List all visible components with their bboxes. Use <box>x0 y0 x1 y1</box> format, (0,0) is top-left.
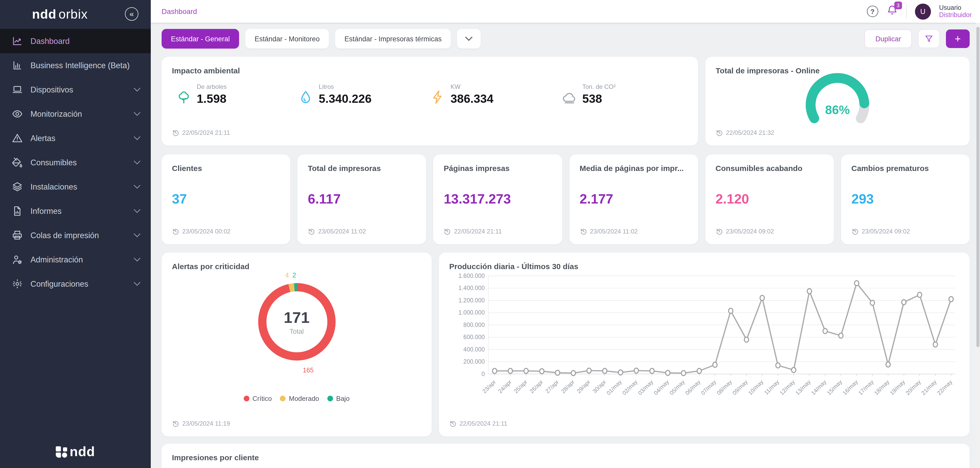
add-dashboard-button[interactable]: + <box>946 29 970 48</box>
avatar[interactable]: U <box>915 3 931 19</box>
svg-text:17/may: 17/may <box>857 379 875 396</box>
sidebar-item-reports[interactable]: Informes <box>0 199 151 223</box>
sidebar-item-dashboard[interactable]: Dashboard <box>0 29 151 53</box>
sidebar-item-devices[interactable]: Dispositivos <box>0 78 151 102</box>
kpi-card: Media de páginas por impr...2.17723/05/2… <box>569 154 698 244</box>
timestamp-text: 23/05/2024 11:19 <box>182 420 230 427</box>
svg-text:800.000: 800.000 <box>463 322 485 328</box>
card-timestamp: 23/05/2024 11:02 <box>308 228 416 235</box>
user-role: Distribuidor <box>939 11 972 19</box>
sidebar-item-settings[interactable]: Configuraciones <box>0 272 151 296</box>
help-icon[interactable]: ? <box>867 6 878 17</box>
user-info[interactable]: Usuario Distribuidor <box>939 4 972 19</box>
sidebar-menu: DashboardBusiness Intelligence (Beta)Dis… <box>0 29 151 296</box>
chevron-down-icon <box>134 111 140 117</box>
topbar: Dashboard ? 3 U Usuario Distribuidor <box>151 0 980 23</box>
sidebar-item-label: Informes <box>30 206 62 216</box>
svg-text:13/may: 13/may <box>794 379 812 396</box>
kpi-card: Páginas impresas13.317.27322/05/2024 21:… <box>433 154 562 244</box>
scrollbar-thumb[interactable] <box>976 27 980 347</box>
history-icon <box>449 420 457 427</box>
breadcrumb[interactable]: Dashboard <box>162 7 197 16</box>
sidebar-collapse-button[interactable]: « <box>125 7 138 21</box>
row-kpis: Clientes3723/05/2024 00:02Total de impre… <box>162 154 970 244</box>
sidebar-item-consumables[interactable]: Consumibles <box>0 150 151 175</box>
sidebar-item-print-queues[interactable]: Colas de impresión <box>0 223 151 247</box>
daily-production-chart[interactable]: 0200.000400.000600.000800.0001.000.0001.… <box>449 273 959 403</box>
svg-text:0: 0 <box>482 371 485 377</box>
metric-label: Ton. de CO² <box>582 83 616 91</box>
sidebar-item-bi[interactable]: Business Intelligence (Beta) <box>0 53 151 78</box>
svg-text:01/may: 01/may <box>605 379 623 396</box>
timestamp-text: 22/05/2024 21:11 <box>454 228 502 235</box>
criticality-donut-zone: 171 Total 4 2 165 <box>172 271 421 387</box>
chevron-down-icon <box>466 35 473 42</box>
vertical-scrollbar[interactable] <box>976 23 980 468</box>
card-title: Producción diaria - Últimos 30 días <box>449 262 959 271</box>
bolt-icon <box>430 89 445 105</box>
svg-text:1.400.000: 1.400.000 <box>458 285 485 291</box>
svg-text:08/may: 08/may <box>715 379 733 396</box>
card-title: Impresiones por cliente <box>172 453 959 462</box>
card-timestamp: 22/05/2024 21:11 <box>172 129 688 136</box>
topbar-divider <box>906 4 907 19</box>
metric-value: 386.334 <box>450 92 493 106</box>
sidebar-item-label: Consumibles <box>30 158 77 167</box>
kpi-card: Clientes3723/05/2024 00:02 <box>162 154 290 244</box>
kpi-card: Cambios prematuros29323/05/2024 09:02 <box>841 154 970 244</box>
impact-metrics: De arboles1.598Litros5.340.226KW386.334T… <box>172 83 688 106</box>
svg-text:200.000: 200.000 <box>463 358 485 365</box>
svg-text:400.000: 400.000 <box>463 346 485 353</box>
kpi-value: 13.317.273 <box>444 191 552 207</box>
dashboard-tab[interactable]: Estándar - Monitoreo <box>245 29 329 49</box>
alerts-icon <box>12 133 23 143</box>
legend-item[interactable]: Moderado <box>280 395 319 403</box>
card-timestamp: 23/05/2024 11:19 <box>172 420 421 427</box>
chevron-down-icon <box>134 256 140 263</box>
dashboard-icon <box>12 36 23 46</box>
svg-text:16/may: 16/may <box>842 379 859 396</box>
duplicate-button[interactable]: Duplicar <box>865 29 912 48</box>
legend-item[interactable]: Crítico <box>244 395 272 403</box>
card-timestamp: 23/05/2024 09:02 <box>715 228 823 235</box>
kpi-value: 293 <box>851 191 959 207</box>
cloud-icon <box>562 89 577 105</box>
notifications-button[interactable]: 3 <box>886 5 898 18</box>
impact-metric: De arboles1.598 <box>176 83 298 106</box>
sidebar-item-label: Dashboard <box>30 37 70 46</box>
history-icon <box>172 228 179 235</box>
daily-production-card: Producción diaria - Últimos 30 días 0200… <box>439 253 970 436</box>
history-icon <box>716 129 723 136</box>
card-timestamp: 23/05/2024 00:02 <box>172 228 280 235</box>
card-timestamp: 22/05/2024 21:11 <box>449 420 959 427</box>
sidebar-item-administration[interactable]: Administración <box>0 247 151 272</box>
dashboard-tab[interactable]: Estándar - General <box>162 29 239 49</box>
sidebar-item-monitoring[interactable]: Monitorización <box>0 102 151 126</box>
legend-label: Crítico <box>253 395 272 403</box>
metric-value: 5.340.226 <box>319 92 372 106</box>
filter-button[interactable] <box>918 29 940 48</box>
sidebar-item-label: Dispositivos <box>30 85 73 94</box>
sidebar: nddorbix « DashboardBusiness Intelligenc… <box>0 0 151 468</box>
dashboard-content: Estándar - GeneralEstándar - MonitoreoEs… <box>151 23 980 468</box>
printers-online-card: Total de impresoras - Online 86% 22/05/2… <box>705 57 970 146</box>
settings-icon <box>12 279 23 289</box>
svg-text:1.600.000: 1.600.000 <box>458 273 485 279</box>
svg-text:09/may: 09/may <box>731 379 749 396</box>
history-icon <box>715 228 722 235</box>
tabs-overflow-button[interactable] <box>457 29 481 49</box>
sidebar-item-installations[interactable]: Instalaciones <box>0 175 151 199</box>
kpi-value: 6.117 <box>308 191 416 207</box>
sidebar-item-alerts[interactable]: Alertas <box>0 126 151 150</box>
dashboard-tab[interactable]: Estándar - Impresoras térmicas <box>335 29 451 49</box>
legend-item[interactable]: Bajo <box>327 395 350 403</box>
svg-text:25/apr: 25/apr <box>513 379 529 395</box>
svg-text:23/apr: 23/apr <box>481 379 497 395</box>
criticality-donut[interactable]: 171 Total <box>258 283 336 361</box>
sidebar-item-label: Business Intelligence (Beta) <box>30 61 130 70</box>
svg-text:18/may: 18/may <box>873 379 891 396</box>
sidebar-item-label: Monitorización <box>30 109 82 119</box>
dashboard-toolbar: Estándar - GeneralEstándar - MonitoreoEs… <box>162 29 970 49</box>
footer-logo-text: ndd <box>70 444 95 460</box>
card-title: Páginas impresas <box>444 164 552 172</box>
